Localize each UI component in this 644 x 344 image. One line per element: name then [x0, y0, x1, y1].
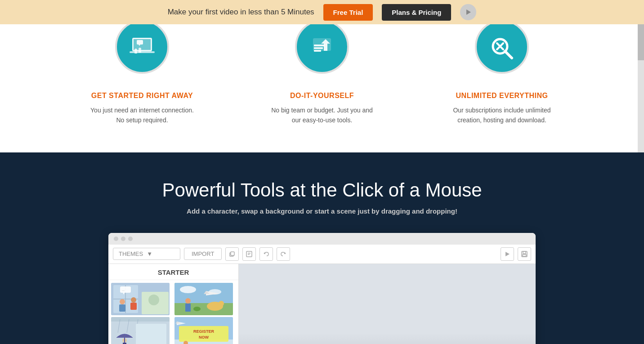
- feature-unlimited: UNLIMITED EVERYTHING Our subscriptions i…: [412, 24, 592, 134]
- window-dot-1: [114, 237, 118, 241]
- svg-rect-20: [231, 252, 234, 255]
- svg-point-37: [120, 299, 125, 304]
- feature-diy: DO-IT-YOURSELF No big team or budget. Ju…: [232, 24, 412, 134]
- get-started-desc: You just need an internet connection.No …: [70, 105, 214, 125]
- window-dot-3: [128, 237, 133, 241]
- feature-get-started: GET STARTED RIGHT AWAY You just need an …: [52, 24, 232, 134]
- svg-rect-28: [523, 251, 526, 254]
- svg-point-5: [134, 49, 137, 51]
- unlimited-icon-circle: [475, 24, 529, 74]
- copy-icon-button[interactable]: [225, 247, 239, 261]
- svg-rect-13: [314, 50, 321, 52]
- window-dot-2: [121, 237, 125, 241]
- svg-line-16: [505, 51, 512, 58]
- svg-rect-21: [246, 251, 252, 257]
- svg-marker-0: [466, 9, 471, 15]
- import-button[interactable]: IMPORT: [184, 248, 222, 260]
- svg-rect-9: [130, 51, 155, 53]
- app-canvas: [239, 264, 536, 344]
- top-banner: Make your first video in less than 5 Min…: [0, 0, 644, 24]
- svg-rect-51: [185, 304, 191, 312]
- free-trial-button[interactable]: Free Trial: [323, 4, 373, 21]
- svg-rect-49: [174, 303, 233, 315]
- dark-section: Powerful Tools at the Click of a Mouse A…: [0, 152, 644, 344]
- svg-point-45: [180, 286, 196, 293]
- unlimited-title: UNLIMITED EVERYTHING: [430, 92, 574, 100]
- themes-label: THEMES: [119, 250, 143, 257]
- svg-text:NOW: NOW: [199, 335, 209, 340]
- undo-icon-button[interactable]: [259, 247, 273, 261]
- svg-rect-11: [314, 45, 325, 46]
- svg-rect-38: [119, 304, 125, 312]
- app-body: STARTER: [108, 264, 536, 344]
- scrollbar-thumb[interactable]: [638, 24, 644, 60]
- thumbnail-3[interactable]: [111, 317, 170, 344]
- diy-icon-circle: [295, 24, 349, 74]
- dark-section-subtitle: Add a character, swap a background or st…: [0, 207, 644, 215]
- diy-desc: No big team or budget. Just you andour e…: [250, 105, 394, 125]
- play-icon[interactable]: [460, 4, 476, 20]
- dark-section-title: Powerful Tools at the Click of a Mouse: [0, 179, 644, 201]
- paste-icon-button[interactable]: [242, 247, 256, 261]
- scrollbar[interactable]: [638, 24, 644, 152]
- sidebar-header: STARTER: [108, 264, 238, 280]
- canvas-inner: [239, 264, 536, 344]
- app-sidebar: STARTER: [108, 264, 239, 344]
- svg-rect-12: [314, 47, 323, 49]
- svg-rect-40: [130, 303, 137, 310]
- themes-dropdown[interactable]: THEMES ▼: [113, 248, 180, 260]
- app-mockup: THEMES ▼ IMPORT: [108, 233, 536, 344]
- svg-text:REGISTER: REGISTER: [193, 329, 214, 334]
- unlimited-desc: Our subscriptions include unlimitedcreat…: [430, 105, 574, 125]
- save-icon-button[interactable]: [518, 247, 531, 261]
- svg-point-54: [193, 307, 201, 311]
- svg-rect-44: [174, 283, 233, 303]
- svg-point-7: [139, 48, 141, 50]
- plans-pricing-button[interactable]: Plans & Pricing: [382, 4, 451, 21]
- svg-point-50: [185, 298, 191, 304]
- thumbnail-2[interactable]: [174, 283, 233, 315]
- svg-point-42: [148, 295, 159, 305]
- svg-rect-3: [137, 40, 143, 45]
- features-section: GET STARTED RIGHT AWAY You just need an …: [0, 24, 644, 152]
- svg-marker-26: [505, 252, 510, 256]
- svg-point-39: [131, 297, 136, 303]
- redo-icon-button[interactable]: [277, 247, 290, 261]
- get-started-icon-circle: [115, 24, 169, 74]
- thumbnail-4[interactable]: REGISTER NOW: [174, 317, 233, 344]
- diy-title: DO-IT-YOURSELF: [250, 92, 394, 100]
- svg-text:...: ...: [122, 288, 125, 291]
- svg-rect-63: [136, 324, 166, 344]
- banner-text: Make your first video in less than 5 Min…: [168, 8, 314, 17]
- get-started-title: GET STARTED RIGHT AWAY: [70, 92, 214, 100]
- svg-point-53: [219, 301, 224, 306]
- sidebar-thumbnails: ...: [108, 280, 238, 344]
- svg-rect-29: [523, 255, 526, 256]
- app-toolbar: THEMES ▼ IMPORT: [108, 245, 536, 264]
- play-button[interactable]: [501, 247, 514, 261]
- thumbnail-1[interactable]: ...: [111, 283, 170, 315]
- chevron-down-icon: ▼: [147, 250, 152, 257]
- app-titlebar: [108, 233, 536, 245]
